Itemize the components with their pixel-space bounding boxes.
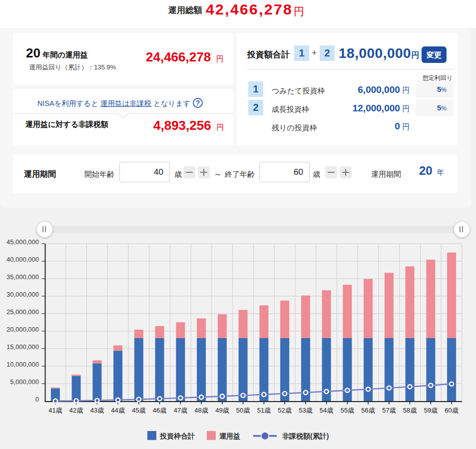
svg-text:53歳: 53歳 [299, 407, 312, 414]
svg-text:54歳: 54歳 [320, 407, 333, 414]
svg-text:45歳: 45歳 [132, 407, 145, 414]
svg-text:57歳: 57歳 [382, 407, 396, 414]
svg-text:5,000,000: 5,000,000 [10, 378, 39, 386]
svg-text:20,000,000: 20,000,000 [6, 326, 39, 333]
svg-text:44歳: 44歳 [111, 407, 124, 414]
svg-text:60歳: 60歳 [445, 407, 458, 414]
svg-text:50歳: 50歳 [236, 407, 250, 414]
svg-text:46歳: 46歳 [153, 407, 166, 414]
svg-text:47歳: 47歳 [174, 407, 187, 414]
svg-text:30,000,000: 30,000,000 [6, 291, 39, 298]
svg-text:10,000,000: 10,000,000 [6, 361, 39, 368]
svg-text:0: 0 [35, 396, 39, 403]
svg-text:58歳: 58歳 [403, 407, 417, 414]
svg-text:45,000,000: 45,000,000 [6, 238, 39, 246]
svg-text:52歳: 52歳 [278, 407, 291, 414]
svg-text:42歳: 42歳 [69, 407, 83, 414]
svg-text:56歳: 56歳 [361, 407, 375, 414]
svg-text:59歳: 59歳 [424, 407, 438, 414]
svg-text:51歳: 51歳 [257, 407, 271, 414]
svg-text:49歳: 49歳 [215, 407, 229, 414]
svg-text:41歳: 41歳 [48, 407, 62, 414]
svg-text:55歳: 55歳 [341, 407, 354, 414]
svg-text:48歳: 48歳 [194, 407, 208, 414]
svg-text:15,000,000: 15,000,000 [6, 343, 39, 351]
svg-text:?: ? [196, 99, 200, 107]
svg-text:43歳: 43歳 [90, 407, 104, 414]
svg-text:35,000,000: 35,000,000 [6, 273, 39, 281]
svg-text:25,000,000: 25,000,000 [6, 308, 39, 316]
svg-text:40,000,000: 40,000,000 [6, 256, 39, 263]
